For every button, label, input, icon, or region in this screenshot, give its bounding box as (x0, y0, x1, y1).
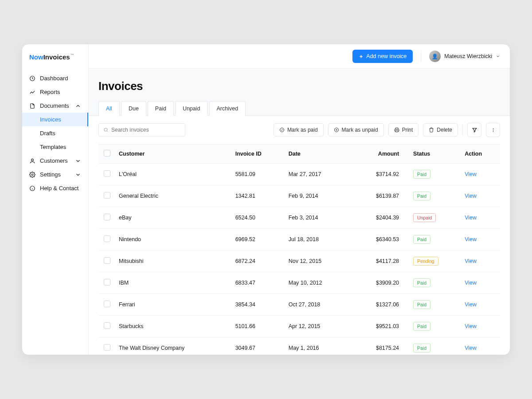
delete-button[interactable]: Delete (423, 123, 458, 137)
status-badge: Unpaid (413, 213, 436, 222)
svg-point-1 (31, 159, 34, 161)
table-row: Nintendo6969.52Jul 18, 2018$6340.53PaidV… (98, 229, 500, 250)
row-checkbox[interactable] (104, 170, 110, 177)
tabs: All Due Paid Unpaid Archived (98, 101, 500, 116)
search-input[interactable] (111, 127, 180, 133)
row-checkbox[interactable] (104, 257, 110, 264)
cell-amount: $3714.92 (350, 164, 410, 185)
row-checkbox[interactable] (104, 235, 110, 242)
documents-subnav: Invoices Drafts Templates (22, 113, 88, 154)
cell-customer: Mitsubishi (115, 250, 232, 272)
status-badge: Paid (413, 278, 430, 287)
user-icon (29, 158, 35, 164)
view-link[interactable]: View (461, 185, 500, 207)
more-vertical-icon (490, 127, 496, 133)
cell-amount: $1327.06 (350, 294, 410, 316)
cell-customer: Nintendo (115, 229, 232, 250)
separator (462, 124, 463, 136)
svg-point-5 (280, 128, 284, 132)
chevron-up-icon (75, 103, 81, 109)
document-icon (29, 103, 35, 109)
check-circle-icon (279, 127, 285, 133)
cell-status: Pending (410, 250, 461, 272)
nav-reports[interactable]: Reports (22, 85, 88, 99)
cell-date: Jul 18, 2018 (285, 229, 350, 250)
view-link[interactable]: View (461, 294, 500, 316)
nav-settings[interactable]: Settings (22, 168, 88, 181)
avatar: 👤 (429, 51, 441, 62)
filter-button[interactable] (467, 123, 481, 137)
tab-all[interactable]: All (98, 101, 120, 116)
tab-paid[interactable]: Paid (148, 101, 174, 116)
select-all-checkbox[interactable] (104, 150, 110, 156)
brand-logo: NowInvoices™ (22, 44, 88, 70)
cell-status: Paid (410, 272, 461, 294)
nav-drafts-label: Drafts (40, 130, 55, 137)
nav-help-label: Help & Contact (40, 185, 78, 192)
cell-date: May 10, 2012 (285, 272, 350, 294)
user-name: Mateusz Wierzbicki (444, 53, 492, 59)
add-invoice-button[interactable]: Add new invoice (352, 50, 413, 63)
topbar: Add new invoice 👤 Mateusz Wierzbicki (89, 44, 510, 69)
mark-paid-button[interactable]: Mark as paid (274, 123, 324, 137)
cell-status: Paid (410, 316, 461, 337)
view-link[interactable]: View (461, 164, 500, 185)
more-button[interactable] (486, 123, 500, 137)
view-link[interactable]: View (461, 207, 500, 229)
cell-invoice: 6872.24 (232, 250, 285, 272)
nav-documents[interactable]: Documents (22, 99, 88, 113)
nav-templates[interactable]: Templates (22, 140, 88, 154)
col-invoice: Invoice ID (232, 145, 285, 164)
cell-customer: The Walt Disney Company (115, 337, 232, 355)
view-link[interactable]: View (461, 250, 500, 272)
cell-status: Paid (410, 185, 461, 207)
status-badge: Paid (413, 235, 430, 244)
row-checkbox[interactable] (104, 279, 110, 286)
print-button[interactable]: Print (388, 123, 419, 137)
svg-point-8 (493, 129, 493, 130)
nav-invoices[interactable]: Invoices (22, 113, 88, 126)
cell-invoice: 5101.66 (232, 316, 285, 337)
chevron-down-icon (75, 172, 81, 178)
cell-invoice: 5581.09 (232, 164, 285, 185)
cell-invoice: 6969.52 (232, 229, 285, 250)
nav-customers[interactable]: Customers (22, 154, 88, 168)
cell-status: Paid (410, 229, 461, 250)
svg-point-7 (493, 128, 493, 129)
page-header: Invoices All Due Paid Unpaid Archived (89, 69, 510, 116)
nav-help[interactable]: Help & Contact (22, 181, 88, 195)
tab-archived[interactable]: Archived (209, 101, 246, 116)
cell-status: Paid (410, 294, 461, 316)
row-checkbox[interactable] (104, 214, 110, 220)
content-area: Invoices All Due Paid Unpaid Archived (89, 69, 510, 355)
cell-date: Feb 3, 2014 (285, 207, 350, 229)
cell-invoice: 6524.50 (232, 207, 285, 229)
nav-drafts[interactable]: Drafts (22, 126, 88, 140)
tab-due[interactable]: Due (121, 101, 146, 116)
user-menu[interactable]: 👤 Mateusz Wierzbicki (429, 51, 500, 62)
invoice-table: Customer Invoice ID Date Amount Status A… (98, 144, 500, 355)
mark-unpaid-button[interactable]: Mark as unpaid (328, 123, 384, 137)
row-checkbox[interactable] (104, 192, 110, 199)
svg-point-4 (104, 128, 107, 131)
col-customer: Customer (115, 145, 232, 164)
row-checkbox[interactable] (104, 322, 110, 329)
col-status: Status (410, 145, 461, 164)
row-checkbox[interactable] (104, 344, 110, 351)
view-link[interactable]: View (461, 316, 500, 337)
nav-dashboard[interactable]: Dashboard (22, 71, 88, 85)
trend-icon (29, 89, 35, 95)
nav-templates-label: Templates (40, 144, 66, 150)
view-link[interactable]: View (461, 337, 500, 355)
view-link[interactable]: View (461, 229, 500, 250)
nav-invoices-label: Invoices (40, 116, 61, 123)
col-action: Action (461, 145, 500, 164)
status-badge: Paid (413, 170, 430, 179)
nav-settings-label: Settings (40, 171, 61, 178)
row-checkbox[interactable] (104, 301, 110, 307)
view-link[interactable]: View (461, 272, 500, 294)
cell-customer: Starbucks (115, 316, 232, 337)
table-row: Ferrari3854.34Oct 27, 2018$1327.06PaidVi… (98, 294, 500, 316)
tab-unpaid[interactable]: Unpaid (175, 101, 208, 116)
brand-now: Now (29, 53, 43, 61)
